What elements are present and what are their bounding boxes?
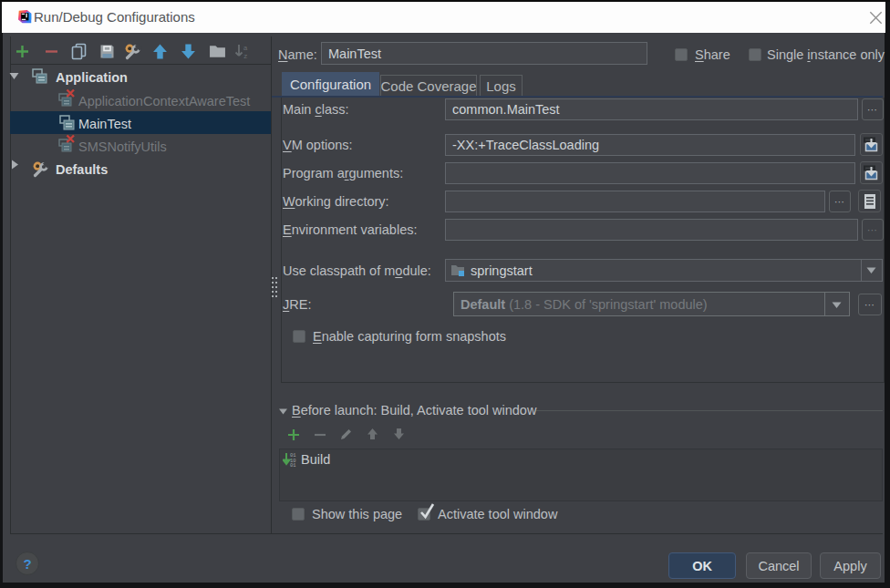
svg-text:z: z <box>243 53 248 59</box>
svg-text:01: 01 <box>290 462 296 467</box>
svg-text:a: a <box>243 44 248 52</box>
